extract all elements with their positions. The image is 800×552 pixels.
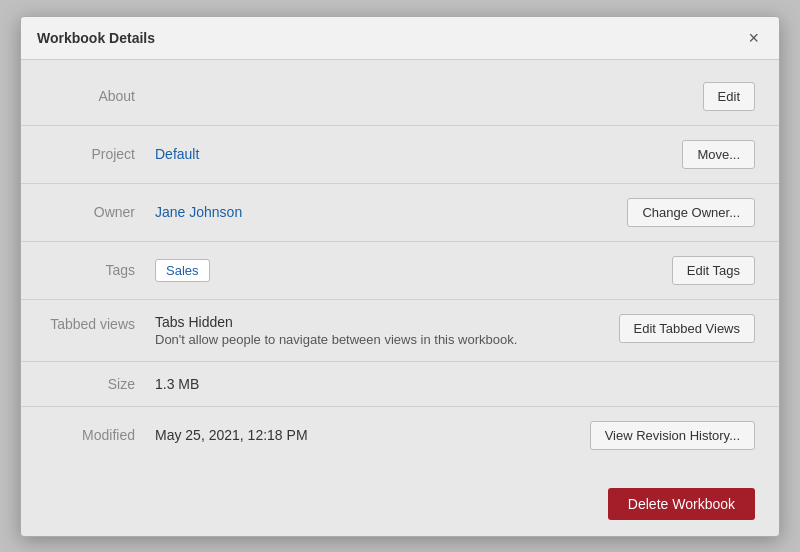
- tabbed-views-row: Tabbed views Tabs Hidden Don't allow peo…: [21, 300, 779, 362]
- tabbed-views-label: Tabbed views: [45, 314, 155, 332]
- owner-label: Owner: [45, 204, 155, 220]
- project-label: Project: [45, 146, 155, 162]
- about-action: Edit: [703, 82, 755, 111]
- change-owner-button[interactable]: Change Owner...: [627, 198, 755, 227]
- project-action: Move...: [682, 140, 755, 169]
- delete-workbook-button[interactable]: Delete Workbook: [608, 488, 755, 520]
- about-label: About: [45, 88, 155, 104]
- size-value: 1.3 MB: [155, 376, 755, 392]
- dialog-footer: Delete Workbook: [21, 472, 779, 536]
- owner-action: Change Owner...: [627, 198, 755, 227]
- modified-row: Modified May 25, 2021, 12:18 PM View Rev…: [21, 407, 779, 464]
- owner-row: Owner Jane Johnson Change Owner...: [21, 184, 779, 242]
- dialog-body: About Edit Project Default Move... Owner…: [21, 60, 779, 472]
- workbook-details-dialog: Workbook Details × About Edit Project De…: [20, 16, 780, 537]
- edit-about-button[interactable]: Edit: [703, 82, 755, 111]
- tag-sales[interactable]: Sales: [155, 259, 210, 282]
- modified-value: May 25, 2021, 12:18 PM: [155, 427, 590, 443]
- tabbed-views-description: Don't allow people to navigate between v…: [155, 332, 619, 347]
- edit-tabbed-views-button[interactable]: Edit Tabbed Views: [619, 314, 755, 343]
- move-project-button[interactable]: Move...: [682, 140, 755, 169]
- tags-action: Edit Tags: [672, 256, 755, 285]
- tabbed-views-content: Tabs Hidden Don't allow people to naviga…: [155, 314, 619, 347]
- about-row: About Edit: [21, 68, 779, 126]
- edit-tags-button[interactable]: Edit Tags: [672, 256, 755, 285]
- modified-action: View Revision History...: [590, 421, 755, 450]
- tags-row: Tags Sales Edit Tags: [21, 242, 779, 300]
- tags-label: Tags: [45, 262, 155, 278]
- size-label: Size: [45, 376, 155, 392]
- tabbed-views-title: Tabs Hidden: [155, 314, 619, 330]
- project-value[interactable]: Default: [155, 146, 682, 162]
- dialog-title: Workbook Details: [37, 30, 155, 46]
- project-row: Project Default Move...: [21, 126, 779, 184]
- modified-label: Modified: [45, 427, 155, 443]
- close-button[interactable]: ×: [744, 27, 763, 49]
- owner-value[interactable]: Jane Johnson: [155, 204, 627, 220]
- tabbed-views-action: Edit Tabbed Views: [619, 314, 755, 343]
- tags-content: Sales: [155, 259, 672, 282]
- dialog-header: Workbook Details ×: [21, 17, 779, 60]
- size-row: Size 1.3 MB: [21, 362, 779, 407]
- view-revision-history-button[interactable]: View Revision History...: [590, 421, 755, 450]
